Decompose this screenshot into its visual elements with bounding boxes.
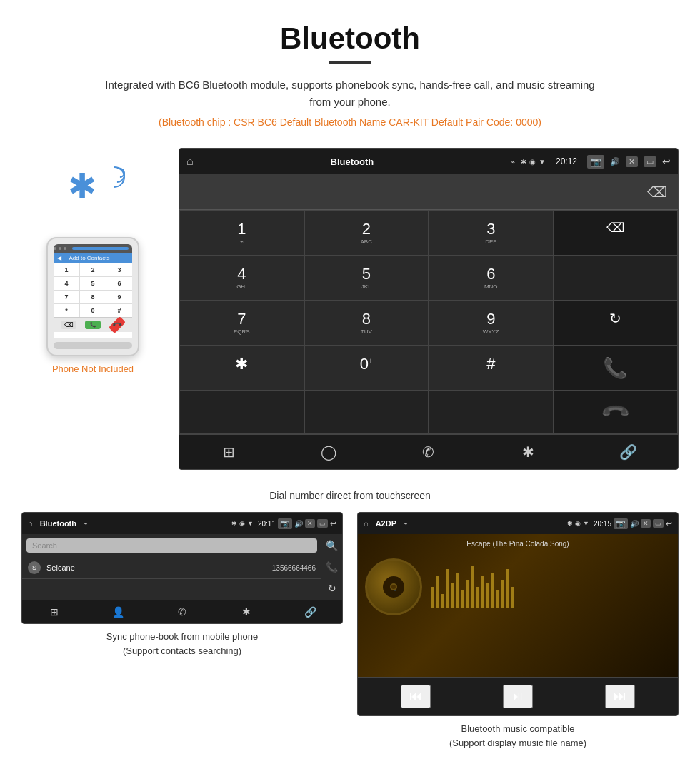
home-icon[interactable]: ⌂ (186, 155, 194, 168)
prev-track-button[interactable]: ⏮ (401, 685, 431, 708)
nav-phone-button[interactable]: ✆ (379, 435, 479, 469)
music-caption-text: Bluetooth music compatible(Support displ… (449, 723, 586, 748)
phone-home-btn[interactable] (54, 342, 132, 349)
mu-close-icon[interactable]: ✕ (641, 519, 651, 528)
phone-key-0[interactable]: 0 (80, 304, 106, 317)
music-status-bar: ⌂ A2DP ⌁ ✱ ◉ ▼ 20:15 📷 🔊 ✕ ▭ ↩ (358, 513, 678, 534)
dialer-key-6[interactable]: 6MNO (429, 256, 554, 301)
reload-icon[interactable]: ↻ (328, 583, 336, 594)
phone-key-7[interactable]: 7 (54, 291, 79, 303)
dialer-key-2[interactable]: 2ABC (304, 211, 429, 256)
dialer-key-↻[interactable]: ↻ (554, 301, 679, 346)
phone-key-4[interactable]: 4 (54, 277, 79, 290)
volume-icon[interactable]: 🔊 (610, 157, 620, 166)
dialer-key-9[interactable]: 9WXYZ (429, 301, 554, 346)
phone-key-*[interactable]: * (54, 304, 79, 317)
contact-name: Seicane (46, 563, 272, 572)
music-main: Escape (The Pina Colada Song) ♫ (358, 534, 678, 677)
phone-key-#[interactable]: # (106, 304, 132, 317)
nav-contacts-button[interactable]: ◯ (279, 435, 379, 469)
phone-key-9[interactable]: 9 (106, 291, 132, 303)
viz-bar (466, 580, 469, 608)
viz-bar (471, 566, 474, 608)
phone-hangup-btn[interactable]: 📞 (109, 316, 126, 333)
mu-camera-icon[interactable]: 📷 (614, 518, 628, 529)
red-hangup-button[interactable]: 📞 (554, 391, 679, 434)
next-track-button[interactable]: ⏭ (605, 685, 635, 708)
pb-back-icon[interactable]: ↩ (330, 519, 336, 528)
phonebook-right-icons: 🔍 📞 ↻ (321, 534, 342, 600)
viz-bar (451, 583, 454, 608)
back-icon[interactable]: ↩ (662, 156, 671, 167)
viz-bar (446, 569, 449, 608)
add-to-contacts-label: + Add to Contacts (64, 255, 109, 261)
phonebook-search-bar[interactable]: Search (26, 538, 317, 553)
dialer-key-5[interactable]: 5JKL (304, 256, 429, 301)
phone-call-btn[interactable]: 📞 (85, 321, 101, 329)
viz-bar (461, 590, 464, 608)
dialer-key-star[interactable]: ✱ (179, 346, 304, 391)
status-icons: ✱ ◉ ▼ (521, 158, 546, 166)
search-icon[interactable]: 🔍 (326, 540, 338, 551)
mu-usb-icon: ⌁ (404, 520, 407, 527)
phone-key-2[interactable]: 2 (80, 263, 106, 276)
pb-volume-icon[interactable]: 🔊 (294, 520, 303, 528)
pb-wifi-icon: ▼ (247, 520, 254, 527)
bluetooth-specs: (Bluetooth chip : CSR BC6 Default Blueto… (14, 116, 686, 128)
nav-link-button[interactable]: 🔗 (578, 435, 678, 469)
contact-entry[interactable]: S Seicane 13566664466 (22, 557, 321, 579)
car-dialer-screen: ⌂ Bluetooth ⌁ ✱ ◉ ▼ 20:12 📷 🔊 ✕ ▭ ↩ ⌫ 1⌁… (179, 148, 679, 470)
dialer-key-1[interactable]: 1⌁ (179, 211, 304, 256)
pb-nav-phone[interactable]: ✆ (150, 600, 214, 623)
play-pause-button[interactable]: ⏯ (503, 685, 533, 708)
viz-bar (481, 576, 484, 608)
pb-nav-dialpad[interactable]: ⊞ (22, 600, 86, 623)
pb-nav-bluetooth[interactable]: ✱ (214, 600, 279, 623)
phone-key-5[interactable]: 5 (80, 277, 106, 290)
page-header: Bluetooth Integrated with BC6 Bluetooth … (0, 0, 700, 148)
wifi-icon: ▼ (539, 158, 546, 166)
nav-dialpad-button[interactable]: ⊞ (179, 435, 279, 469)
phone-dot (59, 247, 61, 250)
phone-del-btn[interactable]: ⌫ (61, 321, 76, 329)
dialer-key-4[interactable]: 4GHI (179, 256, 304, 301)
dialer-key-0[interactable]: 0+ (304, 346, 429, 391)
mu-volume-icon[interactable]: 🔊 (630, 520, 639, 528)
call-icon[interactable]: 📞 (326, 561, 338, 573)
pb-camera-icon[interactable]: 📷 (278, 518, 292, 529)
phone-key-1[interactable]: 1 (54, 263, 79, 276)
pb-nav-link[interactable]: 🔗 (278, 600, 342, 623)
phone-key-6[interactable]: 6 (106, 277, 132, 290)
phone-key-3[interactable]: 3 (106, 263, 132, 276)
pb-nav-contacts[interactable]: 👤 (86, 600, 151, 623)
mu-location-icon: ◉ (575, 520, 581, 527)
pb-screen-icon[interactable]: ▭ (317, 519, 328, 528)
car-status-bar: ⌂ Bluetooth ⌁ ✱ ◉ ▼ 20:12 📷 🔊 ✕ ▭ ↩ (179, 149, 678, 174)
dialer-key-⌫[interactable]: ⌫ (554, 211, 679, 256)
phonebook-caption: Sync phone-book from mobile phone(Suppor… (103, 624, 261, 661)
dialer-key-3[interactable]: 3DEF (429, 211, 554, 256)
mu-back-icon[interactable]: ↩ (666, 519, 672, 528)
camera-icon[interactable]: 📷 (587, 155, 604, 169)
phone-key-8[interactable]: 8 (80, 291, 106, 303)
backspace-button[interactable]: ⌫ (647, 184, 667, 201)
mu-screen-icon[interactable]: ▭ (653, 519, 664, 528)
pb-home-icon[interactable]: ⌂ (28, 519, 33, 528)
location-icon: ◉ (529, 158, 536, 166)
close-icon[interactable]: ✕ (626, 156, 638, 167)
dialer-key-8[interactable]: 8TUV (304, 301, 429, 346)
dial-caption: Dial number direct from touchscreen (0, 484, 700, 512)
viz-bar (511, 587, 514, 608)
green-call-button[interactable]: 📞 (554, 346, 679, 391)
dialer-key-hash[interactable]: # (429, 346, 554, 391)
album-art: ♫ (365, 558, 422, 615)
screen-icon[interactable]: ▭ (644, 156, 656, 167)
bt-icon: ✱ (521, 158, 526, 166)
bluetooth-logo-area: ✱ (61, 162, 125, 226)
dialer-key-7[interactable]: 7PQRS (179, 301, 304, 346)
mu-home-icon[interactable]: ⌂ (364, 519, 369, 528)
contact-number: 13566664466 (272, 564, 316, 572)
nav-bluetooth-button[interactable]: ✱ (479, 435, 579, 469)
search-placeholder: Search (32, 541, 57, 550)
pb-close-icon[interactable]: ✕ (305, 519, 315, 528)
